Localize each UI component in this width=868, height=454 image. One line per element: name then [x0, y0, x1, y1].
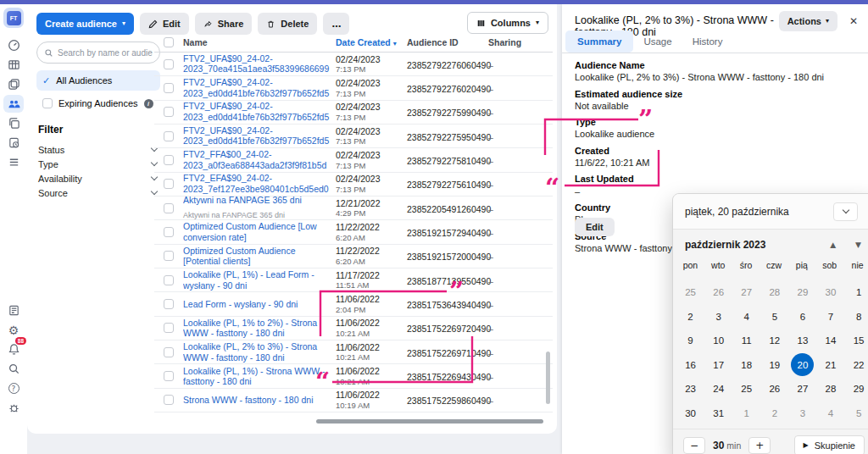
audience-name-link[interactable]: FTV2_UFA$90_24-02-2023_70ea415a1aea3f583…	[183, 53, 331, 75]
row-checkbox[interactable]	[164, 275, 174, 285]
calendar-day[interactable]: 30	[816, 280, 844, 305]
calendar-day[interactable]: 4	[732, 305, 760, 329]
col-date-created[interactable]: Date Created ▾	[336, 37, 407, 47]
copy-duplicate-icon[interactable]	[3, 114, 24, 132]
row-checkbox[interactable]	[164, 83, 174, 93]
calendar-day[interactable]: 21	[816, 353, 844, 378]
calendar-day[interactable]: 19	[760, 353, 788, 378]
table-row[interactable]: Lead Form - wysłany - 90 dni 11/06/2022 …	[154, 292, 553, 316]
delete-button[interactable]: Delete	[258, 13, 317, 35]
calendar-day[interactable]: 26	[704, 280, 732, 305]
audience-name-link[interactable]: Lookalike (PL, 2% to 3%) - Strona WWW - …	[183, 341, 331, 363]
close-icon[interactable]: ✕	[849, 15, 858, 27]
calendar-day[interactable]: 28	[816, 377, 844, 401]
calendar-day[interactable]: 17	[704, 353, 732, 378]
row-checkbox[interactable]	[164, 203, 174, 213]
billing-journal-icon[interactable]	[3, 302, 24, 319]
table-row[interactable]: FTV2_UFA$90_24-02-2023_ed0dd41bfe76b32f9…	[154, 125, 553, 148]
table-row[interactable]: FTV2_FFA$00_24-02-2023_a0f3ea688443ada2f…	[154, 148, 553, 172]
calendar-day[interactable]: 3	[704, 305, 732, 329]
calendar-day[interactable]: 7	[816, 305, 844, 329]
table-row[interactable]: Lookalike (PL, 1%) - Strona WWW - fastto…	[154, 364, 553, 388]
calendar-day[interactable]: 14	[816, 329, 844, 353]
automated-rules-icon[interactable]	[3, 134, 24, 152]
table-row[interactable]: Optimized Custom Audience [Low conversio…	[154, 220, 553, 244]
calendar-day[interactable]: 4	[816, 401, 844, 426]
row-checkbox[interactable]	[164, 59, 174, 69]
tab-usage[interactable]: Usage	[633, 30, 682, 53]
calendar-day[interactable]: 28	[760, 280, 788, 305]
audience-name-link[interactable]: Lookalike (PL, 1%) - Lead Form - wysłany…	[183, 269, 331, 291]
checkbox[interactable]	[42, 98, 53, 108]
calendar-day[interactable]: 29	[788, 280, 816, 305]
filter-all-audiences[interactable]: ✓ All Audiences	[36, 70, 160, 91]
audience-name-link[interactable]: FTV2_UFA$90_24-02-2023_ed0dd41bfe76b32f9…	[183, 77, 331, 99]
table-row[interactable]: Lookalike (PL, 1%) - Lead Form - wysłany…	[154, 269, 553, 292]
col-audience-id[interactable]: Audience ID	[407, 37, 488, 47]
filter-item[interactable]: Status	[36, 142, 160, 157]
row-checkbox[interactable]	[164, 395, 174, 405]
calendar-day[interactable]: 22	[845, 353, 868, 378]
table-row[interactable]: Strona WWW - fasttony - 180 dni 11/06/20…	[154, 389, 553, 412]
help-icon[interactable]: ?	[3, 379, 24, 397]
table-row[interactable]: FTV2_EFA$90_24-02-2023_7ef127ee3be980401…	[154, 173, 553, 197]
calendar-day[interactable]: 27	[788, 377, 816, 401]
month-up-icon[interactable]: ▲	[830, 241, 836, 249]
calendar-day[interactable]: 20	[788, 353, 816, 378]
audience-name-link[interactable]: FTV2_FFA$00_24-02-2023_a0f3ea688443ada2f…	[183, 149, 331, 171]
calendar-day[interactable]: 16	[676, 353, 704, 378]
columns-button[interactable]: Columns▾	[467, 12, 548, 34]
select-all-checkbox[interactable]	[164, 37, 174, 47]
filter-item[interactable]: Source	[36, 185, 160, 200]
notifications-bell-icon[interactable]: 88	[3, 340, 24, 358]
more-button[interactable]: …	[323, 13, 349, 35]
calendar-day[interactable]: 6	[788, 305, 816, 329]
calendar-day[interactable]: 3	[788, 401, 816, 426]
search-box[interactable]	[36, 42, 160, 64]
table-row[interactable]: FTV2_UFA$90_24-02-2023_70ea415a1aea3f583…	[154, 53, 553, 76]
vertical-scrollbar[interactable]	[546, 352, 550, 404]
calendar-day[interactable]: 27	[732, 280, 760, 305]
table-row[interactable]: Optimized Custom Audience [Potential cli…	[154, 245, 553, 269]
calendar-day[interactable]: 29	[845, 377, 868, 401]
filter-item[interactable]: Availability	[36, 171, 160, 185]
audience-name-link[interactable]: Lead Form - wysłany - 90 dni	[183, 299, 331, 310]
calendar-day[interactable]: 23	[676, 377, 704, 401]
campaigns-table-icon[interactable]	[3, 56, 24, 74]
row-checkbox[interactable]	[164, 299, 174, 309]
filter-expiring-audiences[interactable]: Expiring Audiences i	[36, 93, 160, 114]
search-input[interactable]	[58, 48, 153, 58]
minus-button[interactable]: −	[683, 437, 705, 454]
actions-button[interactable]: Actions▾	[779, 11, 837, 31]
audience-name-link[interactable]: Lookalike (PL, 1%) - Strona WWW - fastto…	[183, 366, 331, 387]
plus-button[interactable]: +	[748, 437, 771, 454]
calendar-day[interactable]: 12	[760, 329, 788, 353]
month-down-icon[interactable]: ▼	[855, 241, 861, 249]
audience-name-link[interactable]: FTV2_EFA$90_24-02-2023_7ef127ee3be980401…	[183, 173, 331, 195]
calendar-collapse-button[interactable]	[833, 202, 858, 221]
audience-name-link[interactable]: Lookalike (PL, 1% to 2%) - Strona WWW - …	[183, 318, 331, 339]
ft-logo[interactable]: FT	[3, 8, 24, 28]
table-row[interactable]: Lookalike (PL, 2% to 3%) - Strona WWW - …	[154, 340, 553, 364]
col-name[interactable]: Name	[183, 37, 336, 47]
table-row[interactable]: Aktywni na FANPAGE 365 dni Aktywni na FA…	[154, 197, 553, 220]
horizontal-scrollbar[interactable]	[316, 419, 543, 424]
table-row[interactable]: FTV2_UFA$90_24-02-2023_ed0dd41bfe76b32f9…	[154, 101, 553, 125]
bug-report-icon[interactable]	[3, 399, 24, 417]
audience-name-link[interactable]: Optimized Custom Audience [Potential cli…	[183, 246, 331, 267]
edit-audience-button[interactable]: Edit	[575, 218, 615, 236]
share-button[interactable]: Share	[195, 13, 253, 35]
calendar-day[interactable]: 15	[845, 329, 868, 353]
settings-gear-icon[interactable]: ⚙	[3, 321, 24, 339]
calendar-day[interactable]: 8	[845, 305, 868, 329]
row-checkbox[interactable]	[164, 347, 174, 357]
calendar-day[interactable]: 26	[760, 377, 788, 401]
pages-frames-icon[interactable]	[3, 75, 24, 93]
table-row[interactable]: FTV2_UFA$90_24-02-2023_ed0dd41bfe76b32f9…	[154, 76, 553, 100]
filter-item[interactable]: Type	[36, 157, 160, 171]
row-checkbox[interactable]	[164, 371, 174, 381]
tab-summary[interactable]: Summary	[565, 30, 633, 53]
edit-button[interactable]: Edit	[140, 13, 189, 35]
search-icon[interactable]	[3, 360, 24, 378]
calendar-day[interactable]: 5	[760, 305, 788, 329]
